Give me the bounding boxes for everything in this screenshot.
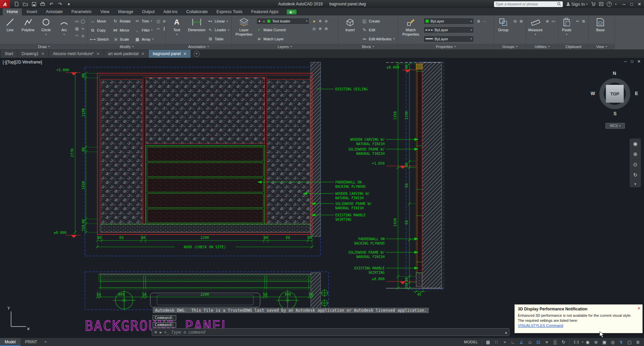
annotation-scale-button[interactable]: 1:1 bbox=[571, 340, 582, 344]
command-close-icon[interactable]: ✕ bbox=[154, 330, 157, 335]
object-snap-icon[interactable]: ⊡ bbox=[534, 338, 542, 346]
wcs-selector[interactable]: WCS▾ bbox=[605, 123, 625, 129]
ribbon-tab-insert[interactable]: Insert bbox=[22, 8, 41, 15]
ribbon-tab-featured-apps[interactable]: Featured Apps bbox=[247, 8, 283, 15]
orbit-icon[interactable]: ↻ bbox=[630, 170, 641, 180]
lineweight-dropdown[interactable]: ByLayer ▾ bbox=[424, 36, 474, 42]
viewcube-west[interactable]: W bbox=[591, 91, 595, 96]
ribbon-tab-collaborate[interactable]: Collaborate bbox=[182, 8, 212, 15]
annotation-scale-caret-icon[interactable]: ▾ bbox=[582, 341, 583, 344]
panel-title-utilities[interactable]: Utilities▾ bbox=[526, 44, 558, 49]
layer-properties-button[interactable]: Layer Properties bbox=[234, 16, 254, 44]
object-color-dropdown[interactable]: ByLayer ▾ bbox=[424, 18, 474, 25]
layer-off-icon[interactable]: ● bbox=[311, 18, 317, 25]
navbar-more-icon[interactable]: ▾ bbox=[630, 180, 641, 187]
dimension-button[interactable]: Dimension bbox=[188, 16, 205, 44]
maximize-icon[interactable]: □ bbox=[630, 2, 633, 7]
hatch-icon[interactable]: ▨ bbox=[74, 25, 80, 32]
stretch-button[interactable]: ⟷Stretch bbox=[90, 36, 109, 43]
file-tab-aksono[interactable]: Aksono metri furniture*✕ bbox=[49, 50, 104, 58]
group-edit-icon[interactable]: ⊞ bbox=[518, 18, 524, 25]
spline-icon[interactable]: ◠ bbox=[74, 33, 80, 39]
file-tab-start[interactable]: Start bbox=[1, 50, 17, 58]
ribbon-tab-manage[interactable]: Manage bbox=[114, 8, 137, 15]
create-block-button[interactable]: ◱Create bbox=[362, 18, 395, 25]
properties-list-icon[interactable]: ≣ bbox=[476, 18, 481, 25]
tab-close-icon[interactable]: ✕ bbox=[184, 52, 187, 56]
move-button[interactable]: ↔Move bbox=[90, 17, 109, 25]
viewcube-south[interactable]: S bbox=[613, 111, 616, 116]
file-tab-drawing1[interactable]: Drawing1✕ bbox=[17, 50, 49, 58]
close-icon[interactable]: ✕ bbox=[638, 2, 641, 7]
layer-dropdown[interactable]: ● ☼ Text leader ▾ bbox=[256, 18, 309, 25]
drawing-close-icon[interactable]: ✕ bbox=[637, 59, 641, 64]
notification-close-icon[interactable]: ✕ bbox=[637, 306, 641, 311]
trim-button[interactable]: ✂Trim▾ bbox=[135, 17, 153, 25]
paste-button[interactable]: Paste▾ bbox=[560, 16, 573, 44]
match-properties-button[interactable]: Match Properties bbox=[400, 16, 422, 44]
polar-tracking-icon[interactable]: ∠ bbox=[517, 338, 526, 346]
ortho-icon[interactable]: ∟ bbox=[509, 338, 517, 346]
array-button[interactable]: ▦Array▾ bbox=[135, 36, 153, 43]
panel-title-modify[interactable]: Modify▾ bbox=[88, 44, 165, 49]
properties-more-icon[interactable]: ⋯ bbox=[482, 18, 487, 25]
line-button[interactable]: Line bbox=[2, 16, 18, 44]
autocad-logo-icon[interactable]: A bbox=[0, 0, 10, 8]
ribbon-tab-home[interactable]: Home bbox=[3, 8, 22, 15]
command-line-bar[interactable]: ✕ ▸ >_ ▴ bbox=[152, 328, 509, 336]
viewcube-top-face[interactable]: TOP bbox=[606, 85, 624, 103]
zoom-icon[interactable]: ⊙ bbox=[630, 160, 641, 170]
ribbon-tab-addins[interactable]: Add-ins bbox=[159, 8, 182, 15]
isodraft-icon[interactable]: ◇ bbox=[526, 338, 534, 346]
cart-icon[interactable] bbox=[591, 2, 596, 6]
make-current-button[interactable]: ✓Make Current bbox=[256, 26, 309, 33]
ribbon-mode-toggle-icon[interactable]: ▣▾ bbox=[287, 9, 297, 14]
lock-ui-icon[interactable]: ▣ bbox=[600, 338, 608, 346]
panel-title-annotation[interactable]: Annotation▾ bbox=[166, 44, 231, 49]
search-icon[interactable] bbox=[557, 2, 561, 6]
polyline-button[interactable]: Polyline bbox=[20, 16, 36, 44]
pan-icon[interactable]: ⊕ bbox=[630, 149, 641, 160]
command-input[interactable] bbox=[171, 330, 503, 335]
grid-icon[interactable]: ▦ bbox=[484, 338, 492, 346]
ribbon-tab-express-tools[interactable]: Express Tools bbox=[212, 8, 247, 15]
tab-close-icon[interactable]: ✕ bbox=[96, 52, 99, 56]
autodesk-app-icon[interactable] bbox=[599, 2, 603, 6]
drawing-canvas[interactable]: [-][Top][2D Wireframe] ─ □ ✕ bbox=[0, 58, 644, 338]
help-dropdown-icon[interactable]: ▾ bbox=[615, 3, 616, 6]
rotate-button[interactable]: ↻Rotate bbox=[113, 17, 131, 25]
panel-title-clipboard[interactable]: Clipboard bbox=[558, 44, 588, 49]
group-button[interactable]: Group bbox=[496, 16, 510, 44]
new-layout-icon[interactable]: + bbox=[42, 338, 49, 346]
ribbon-tab-parametric[interactable]: Parametric bbox=[67, 8, 96, 15]
selection-cycling-icon[interactable]: ↻ bbox=[559, 338, 567, 346]
model-tab[interactable]: Model bbox=[0, 338, 20, 346]
panel-title-view[interactable]: View▾ bbox=[589, 44, 614, 49]
visualstyles-command-link[interactable]: VISUALSTYLES Command bbox=[518, 323, 563, 328]
ribbon-tab-view[interactable]: View bbox=[96, 8, 113, 15]
point-icon[interactable]: ⊙ bbox=[80, 33, 86, 39]
drawing-minimize-icon[interactable]: ─ bbox=[624, 59, 627, 64]
leader-button[interactable]: ↖Leader▾ bbox=[208, 27, 229, 34]
undo-icon[interactable]: ↶ bbox=[48, 1, 54, 7]
new-tab-icon[interactable]: + bbox=[194, 51, 200, 57]
ribbon-tab-annotate[interactable]: Annotate bbox=[42, 8, 67, 15]
panel-title-layers[interactable]: Layers▾ bbox=[232, 44, 338, 49]
model-space-button[interactable]: MODEL bbox=[462, 340, 481, 344]
graphics-performance-icon[interactable]: ↯ bbox=[617, 338, 625, 346]
clean-screen-icon[interactable]: ▢ bbox=[626, 338, 634, 346]
viewcube-north[interactable]: N bbox=[613, 71, 616, 76]
layer-lock-icon[interactable]: ⊘ bbox=[324, 18, 329, 25]
ellipse-icon[interactable]: ◯ bbox=[80, 18, 86, 25]
linear-button[interactable]: ⊷Linear▾ bbox=[208, 18, 229, 25]
file-tab-artwork[interactable]: art work padestal✕ bbox=[104, 50, 149, 58]
rectangle-icon[interactable]: ▭ bbox=[74, 18, 80, 25]
mirror-button[interactable]: ⋈Mirror bbox=[113, 27, 131, 34]
match-layer-button[interactable]: ≌Match Layer bbox=[256, 35, 309, 42]
ribbon-tab-output[interactable]: Output bbox=[138, 8, 159, 15]
base-button[interactable]: Base bbox=[591, 16, 610, 44]
save-icon[interactable] bbox=[31, 1, 37, 7]
workspace-gear-icon[interactable]: ⊛ bbox=[592, 338, 600, 346]
arc-button[interactable]: Arc▾ bbox=[56, 16, 72, 44]
measure-button[interactable]: Measure▾ bbox=[528, 16, 543, 44]
